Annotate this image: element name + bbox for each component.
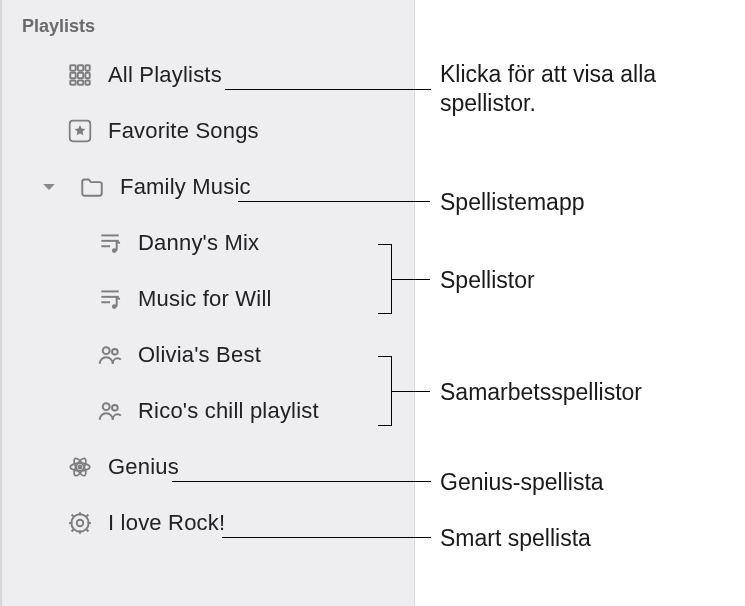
svg-point-22	[78, 465, 83, 470]
people-icon	[96, 341, 124, 369]
annotation-smart: Smart spellista	[440, 524, 591, 553]
sidebar-item-music-for-will[interactable]: Music for Will	[2, 271, 414, 327]
playlists-sidebar: Playlists All Playlists Favorite Songs	[0, 0, 415, 606]
sidebar-item-label: Rico's chill playlist	[138, 398, 319, 424]
grid-icon	[66, 61, 94, 89]
sidebar-item-label: Olivia's Best	[138, 342, 261, 368]
people-icon	[96, 397, 124, 425]
svg-rect-1	[78, 65, 83, 70]
sidebar-item-dannys-mix[interactable]: Danny's Mix	[2, 215, 414, 271]
sidebar-item-all-playlists[interactable]: All Playlists	[2, 47, 414, 103]
annotation-genius: Genius-spellista	[440, 468, 604, 497]
bracket	[378, 356, 392, 426]
svg-rect-6	[70, 80, 75, 84]
svg-rect-4	[78, 73, 83, 78]
svg-point-21	[112, 405, 118, 411]
sidebar-item-i-love-rock[interactable]: I love Rock!	[2, 495, 414, 551]
annotation-all-playlists: Klicka för att visa alla spellistor.	[440, 60, 680, 119]
callout-line	[222, 537, 431, 538]
sidebar-item-label: Genius	[108, 454, 179, 480]
callout-line	[225, 89, 431, 90]
playlist-icon	[96, 229, 124, 257]
sidebar-item-label: I love Rock!	[108, 510, 225, 536]
bracket	[378, 244, 392, 314]
svg-point-27	[71, 514, 88, 531]
annotation-collaborative: Samarbetsspellistor	[440, 378, 642, 407]
sidebar-item-label: All Playlists	[108, 62, 222, 88]
callout-line	[392, 391, 430, 392]
sidebar-item-olivias-best[interactable]: Olivia's Best	[2, 327, 414, 383]
genius-icon	[66, 453, 94, 481]
sidebar-item-family-music[interactable]: Family Music	[2, 159, 414, 215]
sidebar-item-label: Favorite Songs	[108, 118, 259, 144]
svg-rect-8	[85, 80, 89, 84]
sidebar-item-ricos-chill[interactable]: Rico's chill playlist	[2, 383, 414, 439]
chevron-down-icon[interactable]	[40, 178, 58, 196]
sidebar-item-genius[interactable]: Genius	[2, 439, 414, 495]
sidebar-item-label: Music for Will	[138, 286, 272, 312]
sidebar-item-label: Danny's Mix	[138, 230, 259, 256]
folder-icon	[78, 173, 106, 201]
svg-rect-2	[85, 65, 89, 70]
svg-rect-7	[78, 80, 83, 84]
annotation-folder: Spellistemapp	[440, 188, 584, 217]
callout-line	[392, 279, 430, 280]
section-header: Playlists	[2, 12, 414, 47]
star-icon	[66, 117, 94, 145]
svg-point-26	[77, 520, 84, 527]
callout-line	[238, 201, 430, 202]
svg-point-20	[103, 403, 110, 410]
svg-point-19	[112, 349, 118, 355]
gear-icon	[66, 509, 94, 537]
sidebar-item-favorite-songs[interactable]: Favorite Songs	[2, 103, 414, 159]
callout-line	[172, 481, 431, 482]
svg-point-18	[103, 347, 110, 354]
annotation-playlists: Spellistor	[440, 266, 535, 295]
svg-rect-0	[70, 65, 75, 70]
playlist-icon	[96, 285, 124, 313]
svg-rect-5	[85, 73, 89, 78]
svg-rect-3	[70, 73, 75, 78]
sidebar-item-label: Family Music	[120, 174, 251, 200]
